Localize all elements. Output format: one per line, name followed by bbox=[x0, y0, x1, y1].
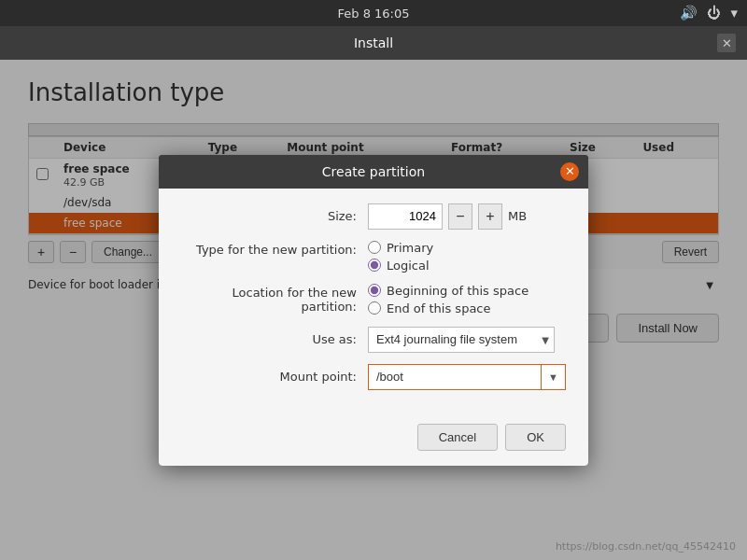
mount-point-control: ▼ bbox=[368, 364, 566, 390]
mount-point-dropdown-button[interactable]: ▼ bbox=[542, 364, 566, 390]
datetime: Feb 8 16:05 bbox=[337, 7, 409, 21]
location-end-option[interactable]: End of this space bbox=[368, 301, 529, 315]
location-row: Location for the new partition: Beginnin… bbox=[181, 284, 566, 315]
location-beginning-option[interactable]: Beginning of this space bbox=[368, 284, 529, 298]
use-as-select[interactable]: Ext4 journaling file system Ext2 file sy… bbox=[368, 327, 555, 353]
type-primary-label: Primary bbox=[387, 241, 433, 255]
ok-button[interactable]: OK bbox=[505, 424, 566, 451]
power-icon[interactable]: ⏻ bbox=[707, 5, 721, 21]
size-input[interactable] bbox=[368, 203, 443, 230]
window-close-button[interactable]: ✕ bbox=[717, 34, 736, 52]
location-beginning-label: Beginning of this space bbox=[387, 284, 529, 298]
type-radio-group: Primary Logical bbox=[368, 241, 433, 273]
mount-point-row: Mount point: ▼ bbox=[181, 364, 566, 390]
use-as-row: Use as: Ext4 journaling file system Ext2… bbox=[181, 327, 566, 353]
use-as-select-wrapper[interactable]: Ext4 journaling file system Ext2 file sy… bbox=[368, 327, 555, 353]
location-label: Location for the new partition: bbox=[181, 284, 368, 314]
size-unit: MB bbox=[508, 209, 527, 223]
type-logical-option[interactable]: Logical bbox=[368, 259, 433, 273]
size-label: Size: bbox=[181, 209, 368, 223]
dialog-body: Size: − + MB Type for the new partition: bbox=[159, 189, 588, 416]
cancel-button[interactable]: Cancel bbox=[417, 424, 498, 451]
dialog-titlebar: Create partition ✕ bbox=[159, 155, 588, 189]
settings-icon[interactable]: ▾ bbox=[730, 5, 738, 21]
type-label: Type for the new partition: bbox=[181, 241, 368, 257]
size-plus-button[interactable]: + bbox=[478, 203, 502, 230]
dialog-title: Create partition bbox=[322, 164, 425, 179]
use-as-label: Use as: bbox=[181, 332, 368, 346]
size-row: Size: − + MB bbox=[181, 203, 566, 230]
size-minus-button[interactable]: − bbox=[448, 203, 472, 230]
main-content: Installation type Device Type Mount poin… bbox=[0, 60, 747, 560]
mount-point-input[interactable] bbox=[368, 364, 542, 390]
type-row: Type for the new partition: Primary Logi… bbox=[181, 241, 566, 273]
location-end-label: End of this space bbox=[387, 301, 491, 315]
dialog-footer: Cancel OK bbox=[159, 416, 588, 466]
dialog-close-button[interactable]: ✕ bbox=[560, 162, 579, 181]
location-beginning-radio[interactable] bbox=[368, 284, 381, 297]
dialog-overlay: Create partition ✕ Size: − + MB bbox=[0, 60, 747, 560]
type-logical-label: Logical bbox=[387, 259, 430, 273]
top-bar: Feb 8 16:05 🔊 ⏻ ▾ bbox=[0, 0, 747, 26]
type-logical-radio[interactable] bbox=[368, 259, 381, 272]
mount-point-label: Mount point: bbox=[181, 370, 368, 384]
volume-icon[interactable]: 🔊 bbox=[680, 5, 698, 21]
type-primary-radio[interactable] bbox=[368, 241, 381, 254]
location-end-radio[interactable] bbox=[368, 301, 381, 315]
window-title: Install bbox=[354, 35, 393, 50]
type-primary-option[interactable]: Primary bbox=[368, 241, 433, 255]
size-control: − + MB bbox=[368, 203, 527, 230]
create-partition-dialog: Create partition ✕ Size: − + MB bbox=[159, 155, 588, 466]
location-radio-group: Beginning of this space End of this spac… bbox=[368, 284, 529, 315]
window-titlebar: Install ✕ bbox=[0, 26, 747, 60]
